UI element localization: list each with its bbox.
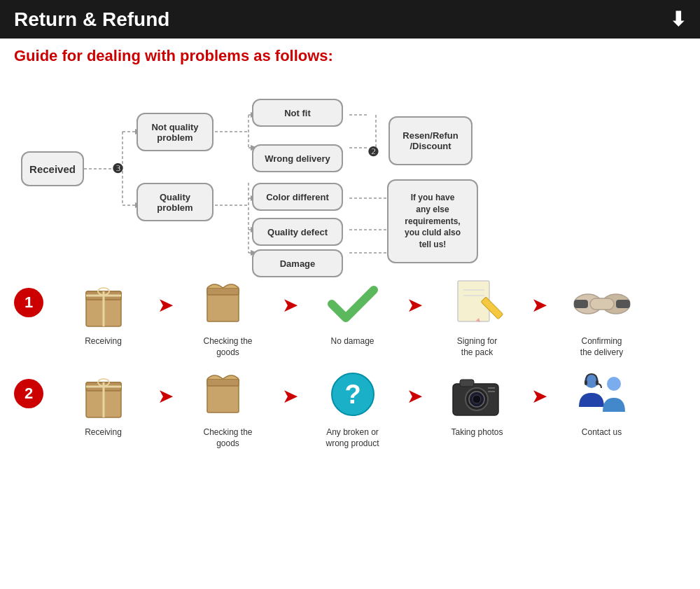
checking-2-icon: [195, 365, 261, 424]
flowchart-section: Received ❸ Not qualityproblem Qualitypro…: [0, 71, 700, 267]
badge2: ❷: [368, 144, 379, 160]
quality-defect-box: Quality defect: [252, 218, 343, 246]
not-quality-label: Not qualityproblem: [151, 122, 198, 143]
svg-rect-45: [590, 298, 614, 310]
arrow-1-4: ➤: [531, 293, 547, 317]
arrow-2-3: ➤: [407, 384, 423, 408]
process-item-signing: Signing forthe pack: [423, 274, 531, 358]
receiving-1-label: Receiving: [85, 336, 122, 347]
receiving-2-label: Receiving: [85, 427, 122, 438]
process-item-nodamage: No damage: [298, 274, 407, 347]
checking-1-label: Checking thegoods: [203, 336, 252, 358]
broken-label: Any broken orwrong product: [326, 427, 379, 449]
subtitle: Guide for dealing with problems as follo…: [0, 39, 700, 71]
process-item-confirming: Confirmingthe delivery: [547, 274, 656, 358]
process-row-1: 1 Receiving ➤: [14, 274, 686, 358]
process-section: 1 Receiving ➤: [0, 267, 700, 449]
confirming-icon: [568, 274, 635, 333]
header: Return & Refund ⬇: [0, 0, 700, 39]
svg-text:?: ?: [344, 380, 360, 409]
requirements-box: If you haveany elserequirements,you clul…: [387, 179, 478, 263]
quality-problem-box: Qualityproblem: [136, 183, 214, 221]
svg-rect-58: [460, 380, 474, 387]
damage-box: Damage: [252, 249, 343, 277]
confirming-label: Confirmingthe delivery: [580, 336, 623, 358]
checking-2-label: Checking thegoods: [203, 427, 252, 449]
process-item-contact: Contact us: [547, 365, 656, 438]
requirements-label: If you haveany elserequirements,you clul…: [405, 192, 461, 251]
process-item-receiving-2: Receiving: [49, 365, 158, 438]
arrow-2-2: ➤: [282, 384, 298, 408]
process-item-photos: Taking photos: [423, 365, 531, 438]
photos-label: Taking photos: [451, 427, 503, 438]
arrow-2-1: ➤: [158, 384, 174, 408]
received-label: Received: [29, 163, 76, 175]
not-fit-label: Not fit: [284, 108, 311, 118]
resen-refund-box: Resen/Refun/Discount: [388, 116, 472, 165]
nodamage-icon: [319, 274, 386, 333]
damage-label: Damage: [280, 258, 316, 269]
process-item-checking-1: Checking thegoods: [174, 274, 282, 358]
arrow-1-2: ➤: [282, 293, 298, 317]
contact-icon: [568, 365, 635, 424]
badge3: ❸: [112, 161, 123, 176]
svg-point-67: [607, 377, 621, 391]
page-title: Return & Refund: [14, 8, 169, 31]
process-row-1-items: Receiving ➤ Checking thegoods ➤: [49, 274, 686, 358]
svg-rect-65: [584, 380, 587, 385]
receiving-1-icon: [70, 274, 136, 333]
svg-rect-47: [616, 300, 630, 308]
arrow-2-4: ➤: [531, 384, 547, 408]
signing-label: Signing forthe pack: [457, 336, 497, 358]
arrow-1-3: ➤: [407, 293, 423, 317]
receiving-2-icon: [70, 365, 136, 424]
wrong-delivery-box: Wrong delivery: [252, 144, 343, 172]
step-2-badge: 2: [14, 379, 43, 408]
process-row-2-items: Receiving ➤ Checking thegoods ➤: [49, 365, 686, 449]
nodamage-label: No damage: [330, 336, 374, 347]
quality-label: Qualityproblem: [157, 192, 192, 213]
process-item-broken: ? Any broken orwrong product: [298, 365, 407, 449]
contact-label: Contact us: [582, 427, 622, 438]
not-fit-box: Not fit: [252, 99, 343, 127]
not-quality-problem-box: Not qualityproblem: [136, 113, 214, 151]
photos-icon: [444, 365, 510, 424]
process-item-checking-2: Checking thegoods: [174, 365, 282, 449]
signing-icon: [444, 274, 510, 333]
resen-refund-label: Resen/Refun/Discount: [402, 130, 458, 151]
checking-1-icon: [195, 274, 261, 333]
svg-rect-54: [207, 379, 239, 386]
process-item-receiving-1: Receiving: [49, 274, 158, 347]
wrong-delivery-label: Wrong delivery: [265, 153, 330, 164]
svg-rect-46: [574, 300, 588, 308]
svg-rect-37: [207, 288, 239, 295]
quality-defect-label: Quality defect: [267, 227, 328, 237]
svg-point-61: [472, 395, 481, 403]
arrow-1-1: ➤: [158, 293, 174, 317]
color-different-box: Color different: [252, 183, 343, 211]
step-1-badge: 1: [14, 288, 43, 317]
process-row-2: 2 Receiving ➤: [14, 365, 686, 449]
broken-icon: ?: [319, 365, 386, 424]
down-arrow-icon: ⬇: [670, 8, 686, 31]
flowchart: Received ❸ Not qualityproblem Qualitypro…: [10, 71, 690, 267]
received-box: Received: [21, 151, 84, 186]
color-different-label: Color different: [266, 192, 329, 202]
